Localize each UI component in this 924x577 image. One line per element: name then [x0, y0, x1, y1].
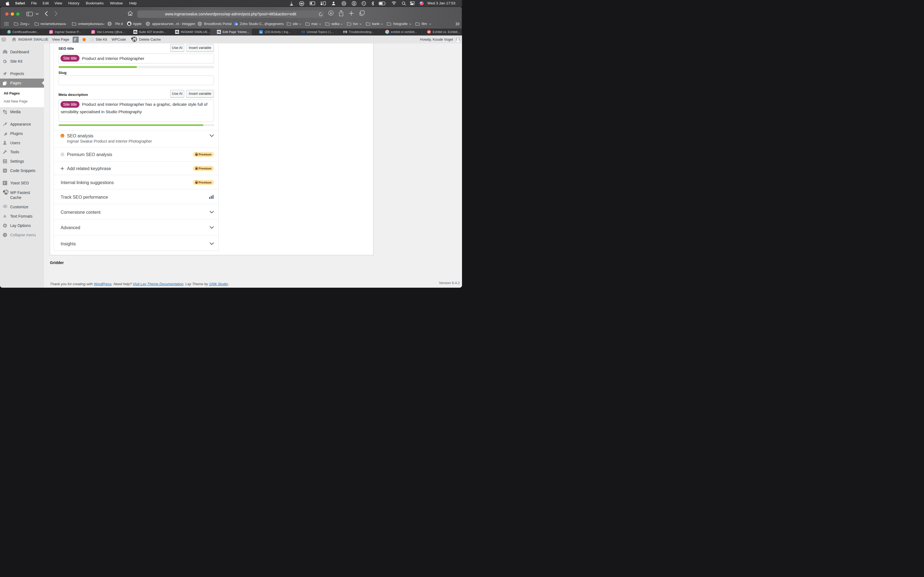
svg-text:in: in: [260, 31, 262, 33]
svg-text:IS: IS: [218, 30, 221, 34]
svg-text:8B: 8B: [301, 30, 305, 34]
svg-text:MF: MF: [428, 31, 431, 33]
svg-text:A: A: [3, 214, 6, 218]
svg-text:G: G: [236, 24, 237, 25]
svg-text:IS: IS: [134, 30, 137, 34]
svg-text:Y: Y: [346, 31, 347, 33]
svg-text:IS: IS: [176, 30, 179, 34]
svg-text:A: A: [345, 31, 346, 32]
